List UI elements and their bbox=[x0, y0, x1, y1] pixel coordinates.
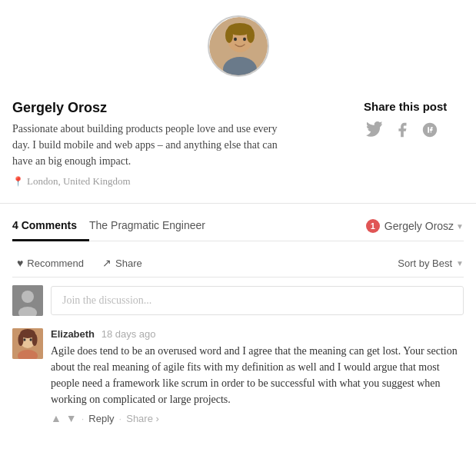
author-location: 📍 London, United Kingdom bbox=[12, 175, 289, 188]
author-section bbox=[0, 0, 476, 92]
comment-actions: ▲ ▼ · Reply · Share › bbox=[51, 412, 464, 424]
tabs-row: 4 Comments The Pragmatic Engineer 1 Gerg… bbox=[12, 211, 464, 241]
author-avatar bbox=[208, 15, 269, 77]
comment-text: Agile does tend to be an overused word a… bbox=[51, 343, 464, 407]
chevron-down-icon: ▼ bbox=[456, 222, 464, 231]
comment-input-row: Join the discussion... bbox=[12, 285, 464, 316]
share-icon-btn: ↗ bbox=[102, 257, 112, 269]
author-info: Gergely Orosz Passionate about building … bbox=[12, 100, 289, 188]
svg-point-7 bbox=[243, 38, 246, 41]
sort-chevron-icon: ▼ bbox=[456, 259, 464, 268]
vote-up-icon[interactable]: ▲ bbox=[51, 412, 62, 424]
comment-item: Elizabeth 18 days ago Agile does tend to… bbox=[12, 328, 464, 424]
share-section: Share this post bbox=[364, 100, 464, 141]
svg-point-15 bbox=[32, 334, 38, 346]
separator: · bbox=[82, 413, 85, 424]
heart-icon: ♥ bbox=[17, 257, 23, 269]
pin-icon: 📍 bbox=[12, 176, 24, 188]
svg-point-14 bbox=[18, 334, 24, 346]
googleplus-share-icon[interactable] bbox=[419, 119, 441, 141]
section-divider bbox=[0, 203, 476, 204]
vote-down-icon[interactable]: ▼ bbox=[66, 412, 77, 424]
tab-user-label[interactable]: Gergely Orosz ▼ bbox=[384, 212, 464, 240]
share-button[interactable]: ↗ Share bbox=[98, 254, 147, 272]
share-title: Share this post bbox=[364, 100, 447, 113]
actions-bar: ♥ Recommend ↗ Share Sort by Best ▼ bbox=[12, 249, 464, 278]
svg-point-17 bbox=[30, 338, 32, 341]
author-name: Gergely Orosz bbox=[12, 100, 289, 116]
share-icons bbox=[364, 119, 441, 141]
tab-notification[interactable]: 1 Gergely Orosz ▼ bbox=[366, 212, 464, 240]
svg-point-4 bbox=[225, 28, 233, 43]
comment-share-button[interactable]: Share › bbox=[126, 413, 159, 424]
svg-point-6 bbox=[234, 38, 237, 41]
svg-point-9 bbox=[22, 291, 34, 303]
tab-pragmatic-engineer[interactable]: The Pragmatic Engineer bbox=[89, 211, 218, 241]
comments-section: 4 Comments The Pragmatic Engineer 1 Gerg… bbox=[0, 211, 476, 424]
facebook-share-icon[interactable] bbox=[391, 119, 413, 141]
current-user-avatar bbox=[12, 285, 43, 316]
recommend-button[interactable]: ♥ Recommend bbox=[12, 254, 88, 272]
comment-input[interactable]: Join the discussion... bbox=[51, 286, 464, 315]
comment-meta: Elizabeth 18 days ago bbox=[51, 328, 464, 340]
notification-badge: 1 bbox=[366, 219, 380, 233]
reply-button[interactable]: Reply bbox=[88, 413, 114, 424]
svg-point-5 bbox=[247, 28, 255, 43]
sort-by-dropdown[interactable]: Sort by Best ▼ bbox=[398, 258, 464, 269]
svg-point-16 bbox=[24, 338, 26, 341]
separator2: · bbox=[119, 413, 122, 424]
elizabeth-avatar bbox=[12, 328, 43, 359]
author-bio: Passionate about building products peopl… bbox=[12, 121, 289, 169]
twitter-share-icon[interactable] bbox=[364, 119, 385, 141]
comment-author-name: Elizabeth bbox=[51, 328, 95, 340]
info-share-row: Gergely Orosz Passionate about building … bbox=[0, 92, 476, 195]
tab-comments[interactable]: 4 Comments bbox=[12, 211, 89, 241]
comment-timestamp: 18 days ago bbox=[102, 328, 156, 340]
comment-body: Elizabeth 18 days ago Agile does tend to… bbox=[51, 328, 464, 424]
